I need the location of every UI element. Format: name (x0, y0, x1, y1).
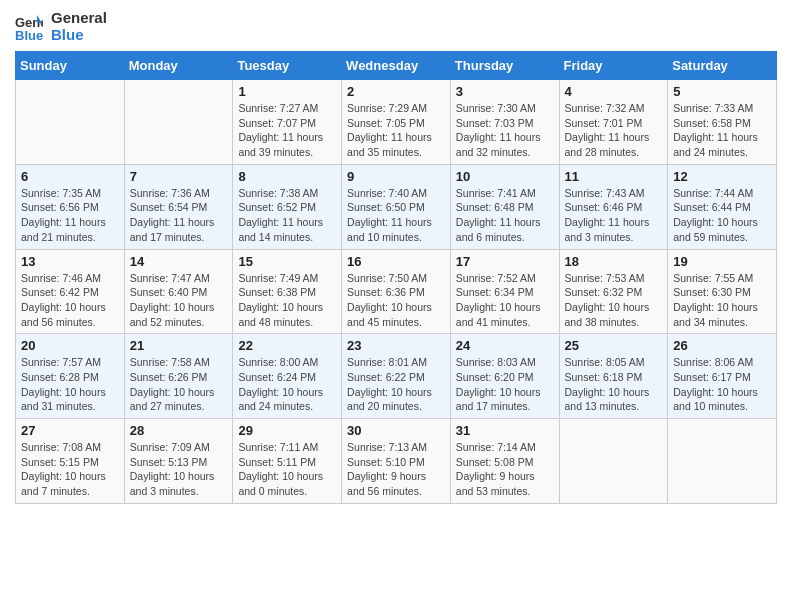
day-info: Sunrise: 7:35 AMSunset: 6:56 PMDaylight:… (21, 186, 119, 245)
calendar-cell: 10 Sunrise: 7:41 AMSunset: 6:48 PMDaylig… (450, 164, 559, 249)
week-row-3: 20 Sunrise: 7:57 AMSunset: 6:28 PMDaylig… (16, 334, 777, 419)
day-info: Sunrise: 7:44 AMSunset: 6:44 PMDaylight:… (673, 186, 771, 245)
day-info: Sunrise: 7:55 AMSunset: 6:30 PMDaylight:… (673, 271, 771, 330)
week-row-4: 27 Sunrise: 7:08 AMSunset: 5:15 PMDaylig… (16, 419, 777, 504)
day-info: Sunrise: 7:32 AMSunset: 7:01 PMDaylight:… (565, 101, 663, 160)
day-info: Sunrise: 8:00 AMSunset: 6:24 PMDaylight:… (238, 355, 336, 414)
day-info: Sunrise: 7:40 AMSunset: 6:50 PMDaylight:… (347, 186, 445, 245)
calendar-cell: 16 Sunrise: 7:50 AMSunset: 6:36 PMDaylig… (342, 249, 451, 334)
page-header: General Blue General Blue (15, 10, 777, 43)
day-info: Sunrise: 8:01 AMSunset: 6:22 PMDaylight:… (347, 355, 445, 414)
week-row-0: 1 Sunrise: 7:27 AMSunset: 7:07 PMDayligh… (16, 80, 777, 165)
day-number: 26 (673, 338, 771, 353)
calendar-cell: 17 Sunrise: 7:52 AMSunset: 6:34 PMDaylig… (450, 249, 559, 334)
calendar-cell: 31 Sunrise: 7:14 AMSunset: 5:08 PMDaylig… (450, 419, 559, 504)
day-info: Sunrise: 7:52 AMSunset: 6:34 PMDaylight:… (456, 271, 554, 330)
day-number: 30 (347, 423, 445, 438)
day-number: 25 (565, 338, 663, 353)
day-info: Sunrise: 8:05 AMSunset: 6:18 PMDaylight:… (565, 355, 663, 414)
day-number: 23 (347, 338, 445, 353)
weekday-thursday: Thursday (450, 52, 559, 80)
calendar-body: 1 Sunrise: 7:27 AMSunset: 7:07 PMDayligh… (16, 80, 777, 504)
day-number: 2 (347, 84, 445, 99)
weekday-tuesday: Tuesday (233, 52, 342, 80)
logo: General Blue General Blue (15, 10, 107, 43)
calendar-cell: 19 Sunrise: 7:55 AMSunset: 6:30 PMDaylig… (668, 249, 777, 334)
calendar-cell: 11 Sunrise: 7:43 AMSunset: 6:46 PMDaylig… (559, 164, 668, 249)
day-number: 29 (238, 423, 336, 438)
logo-icon: General Blue (15, 13, 43, 41)
day-number: 22 (238, 338, 336, 353)
day-info: Sunrise: 7:27 AMSunset: 7:07 PMDaylight:… (238, 101, 336, 160)
day-number: 21 (130, 338, 228, 353)
day-info: Sunrise: 7:50 AMSunset: 6:36 PMDaylight:… (347, 271, 445, 330)
day-number: 10 (456, 169, 554, 184)
day-number: 31 (456, 423, 554, 438)
calendar-cell: 1 Sunrise: 7:27 AMSunset: 7:07 PMDayligh… (233, 80, 342, 165)
day-number: 19 (673, 254, 771, 269)
calendar-cell (124, 80, 233, 165)
calendar-cell: 20 Sunrise: 7:57 AMSunset: 6:28 PMDaylig… (16, 334, 125, 419)
day-info: Sunrise: 7:47 AMSunset: 6:40 PMDaylight:… (130, 271, 228, 330)
day-number: 16 (347, 254, 445, 269)
week-row-2: 13 Sunrise: 7:46 AMSunset: 6:42 PMDaylig… (16, 249, 777, 334)
week-row-1: 6 Sunrise: 7:35 AMSunset: 6:56 PMDayligh… (16, 164, 777, 249)
day-info: Sunrise: 7:33 AMSunset: 6:58 PMDaylight:… (673, 101, 771, 160)
calendar-cell: 4 Sunrise: 7:32 AMSunset: 7:01 PMDayligh… (559, 80, 668, 165)
day-info: Sunrise: 7:53 AMSunset: 6:32 PMDaylight:… (565, 271, 663, 330)
day-number: 13 (21, 254, 119, 269)
day-number: 9 (347, 169, 445, 184)
calendar-cell: 22 Sunrise: 8:00 AMSunset: 6:24 PMDaylig… (233, 334, 342, 419)
calendar-cell: 12 Sunrise: 7:44 AMSunset: 6:44 PMDaylig… (668, 164, 777, 249)
day-info: Sunrise: 7:36 AMSunset: 6:54 PMDaylight:… (130, 186, 228, 245)
day-info: Sunrise: 7:58 AMSunset: 6:26 PMDaylight:… (130, 355, 228, 414)
logo-line2: Blue (51, 27, 107, 44)
calendar-cell: 15 Sunrise: 7:49 AMSunset: 6:38 PMDaylig… (233, 249, 342, 334)
weekday-header-row: SundayMondayTuesdayWednesdayThursdayFrid… (16, 52, 777, 80)
weekday-monday: Monday (124, 52, 233, 80)
calendar-cell: 26 Sunrise: 8:06 AMSunset: 6:17 PMDaylig… (668, 334, 777, 419)
day-number: 18 (565, 254, 663, 269)
calendar-cell: 24 Sunrise: 8:03 AMSunset: 6:20 PMDaylig… (450, 334, 559, 419)
day-number: 15 (238, 254, 336, 269)
calendar-cell: 2 Sunrise: 7:29 AMSunset: 7:05 PMDayligh… (342, 80, 451, 165)
calendar-cell: 6 Sunrise: 7:35 AMSunset: 6:56 PMDayligh… (16, 164, 125, 249)
day-info: Sunrise: 7:13 AMSunset: 5:10 PMDaylight:… (347, 440, 445, 499)
weekday-saturday: Saturday (668, 52, 777, 80)
svg-text:Blue: Blue (15, 28, 43, 41)
calendar-cell: 9 Sunrise: 7:40 AMSunset: 6:50 PMDayligh… (342, 164, 451, 249)
calendar-table: SundayMondayTuesdayWednesdayThursdayFrid… (15, 51, 777, 504)
calendar-cell: 25 Sunrise: 8:05 AMSunset: 6:18 PMDaylig… (559, 334, 668, 419)
calendar-cell (559, 419, 668, 504)
day-info: Sunrise: 7:29 AMSunset: 7:05 PMDaylight:… (347, 101, 445, 160)
calendar-cell: 28 Sunrise: 7:09 AMSunset: 5:13 PMDaylig… (124, 419, 233, 504)
calendar-cell: 5 Sunrise: 7:33 AMSunset: 6:58 PMDayligh… (668, 80, 777, 165)
calendar-cell: 14 Sunrise: 7:47 AMSunset: 6:40 PMDaylig… (124, 249, 233, 334)
day-number: 4 (565, 84, 663, 99)
day-info: Sunrise: 7:43 AMSunset: 6:46 PMDaylight:… (565, 186, 663, 245)
calendar-cell: 23 Sunrise: 8:01 AMSunset: 6:22 PMDaylig… (342, 334, 451, 419)
calendar-cell: 29 Sunrise: 7:11 AMSunset: 5:11 PMDaylig… (233, 419, 342, 504)
day-number: 20 (21, 338, 119, 353)
calendar-cell: 27 Sunrise: 7:08 AMSunset: 5:15 PMDaylig… (16, 419, 125, 504)
day-info: Sunrise: 7:08 AMSunset: 5:15 PMDaylight:… (21, 440, 119, 499)
calendar-cell: 13 Sunrise: 7:46 AMSunset: 6:42 PMDaylig… (16, 249, 125, 334)
day-number: 17 (456, 254, 554, 269)
calendar-cell: 8 Sunrise: 7:38 AMSunset: 6:52 PMDayligh… (233, 164, 342, 249)
day-info: Sunrise: 8:03 AMSunset: 6:20 PMDaylight:… (456, 355, 554, 414)
calendar-cell: 3 Sunrise: 7:30 AMSunset: 7:03 PMDayligh… (450, 80, 559, 165)
calendar-cell (16, 80, 125, 165)
day-number: 1 (238, 84, 336, 99)
day-info: Sunrise: 7:41 AMSunset: 6:48 PMDaylight:… (456, 186, 554, 245)
day-number: 27 (21, 423, 119, 438)
day-info: Sunrise: 7:57 AMSunset: 6:28 PMDaylight:… (21, 355, 119, 414)
day-info: Sunrise: 7:11 AMSunset: 5:11 PMDaylight:… (238, 440, 336, 499)
day-number: 14 (130, 254, 228, 269)
day-info: Sunrise: 7:46 AMSunset: 6:42 PMDaylight:… (21, 271, 119, 330)
day-info: Sunrise: 7:49 AMSunset: 6:38 PMDaylight:… (238, 271, 336, 330)
day-number: 28 (130, 423, 228, 438)
day-info: Sunrise: 7:09 AMSunset: 5:13 PMDaylight:… (130, 440, 228, 499)
logo-line1: General (51, 10, 107, 27)
day-info: Sunrise: 7:30 AMSunset: 7:03 PMDaylight:… (456, 101, 554, 160)
calendar-cell: 30 Sunrise: 7:13 AMSunset: 5:10 PMDaylig… (342, 419, 451, 504)
